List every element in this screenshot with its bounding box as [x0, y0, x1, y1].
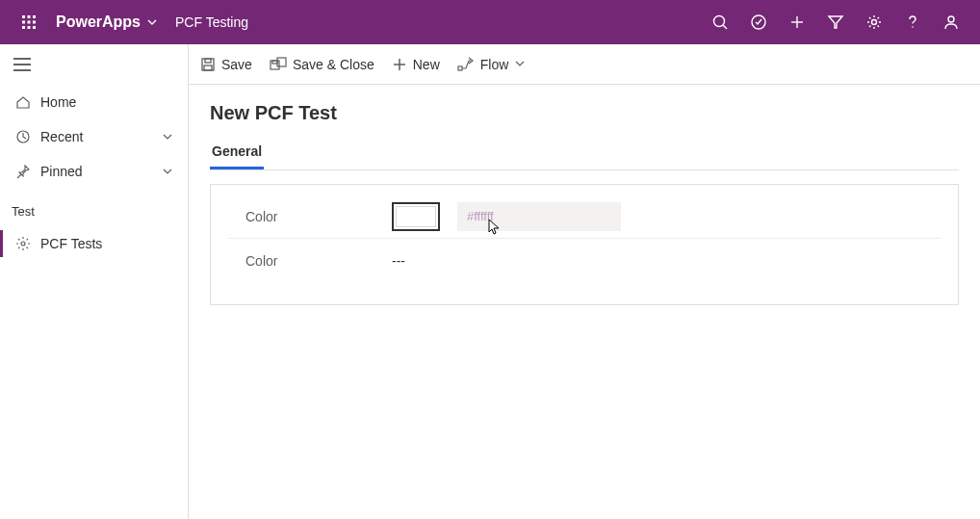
- pin-icon: [12, 164, 35, 179]
- svg-rect-27: [272, 61, 277, 64]
- page-title: New PCF Test: [210, 102, 959, 124]
- form-card: Color Color ---: [210, 184, 959, 305]
- environment-name[interactable]: PCF Testing: [175, 14, 248, 30]
- plus-icon: [392, 57, 407, 72]
- flow-icon: [457, 57, 475, 72]
- svg-rect-26: [271, 61, 279, 69]
- svg-point-22: [21, 242, 25, 246]
- field-label: Color: [228, 209, 392, 224]
- field-row-color-picker: Color: [228, 195, 941, 239]
- svg-point-17: [948, 16, 954, 22]
- svg-rect-5: [33, 21, 36, 24]
- field-row-color-text: Color ---: [228, 239, 941, 283]
- settings-icon[interactable]: [855, 0, 893, 44]
- save-close-button[interactable]: Save & Close: [270, 57, 374, 72]
- color-hex-input[interactable]: [457, 202, 621, 231]
- color-swatch[interactable]: [392, 202, 440, 231]
- cmd-label: Save: [221, 57, 252, 72]
- chevron-down-icon: [159, 131, 176, 143]
- brand-label[interactable]: PowerApps: [56, 13, 141, 31]
- svg-rect-7: [28, 26, 31, 29]
- svg-point-9: [714, 16, 725, 27]
- svg-marker-14: [829, 16, 842, 28]
- help-icon[interactable]: [893, 0, 932, 44]
- svg-point-15: [872, 20, 877, 25]
- sidebar-item-pinned[interactable]: Pinned: [0, 154, 188, 189]
- cmd-label: Flow: [480, 57, 509, 72]
- app-launcher-icon[interactable]: [10, 0, 48, 44]
- global-header: PowerApps PCF Testing: [0, 0, 980, 44]
- svg-rect-4: [28, 21, 31, 24]
- clock-icon: [12, 129, 35, 144]
- svg-rect-28: [277, 58, 286, 66]
- sidebar-item-label: Pinned: [40, 164, 159, 179]
- svg-rect-2: [33, 15, 36, 18]
- tab-general[interactable]: General: [210, 138, 264, 169]
- sidebar-item-label: Recent: [40, 129, 159, 144]
- flow-button[interactable]: Flow: [457, 57, 527, 72]
- field-value[interactable]: ---: [392, 253, 405, 269]
- svg-rect-8: [33, 26, 36, 29]
- filter-icon[interactable]: [816, 0, 855, 44]
- sidebar-item-pcf-tests[interactable]: PCF Tests: [0, 226, 188, 261]
- sidebar-item-label: Home: [40, 94, 176, 110]
- home-icon: [12, 94, 35, 110]
- account-icon[interactable]: [932, 0, 970, 44]
- svg-rect-3: [22, 21, 25, 24]
- gear-icon: [12, 236, 35, 251]
- svg-rect-24: [205, 59, 211, 63]
- sidebar-item-recent[interactable]: Recent: [0, 119, 188, 154]
- chevron-down-icon[interactable]: [146, 16, 158, 28]
- search-icon[interactable]: [701, 0, 739, 44]
- svg-point-16: [912, 26, 914, 28]
- chevron-down-icon: [514, 57, 526, 72]
- save-button[interactable]: Save: [200, 57, 252, 72]
- form-tabs: General: [210, 138, 959, 170]
- sidebar-item-home[interactable]: Home: [0, 85, 188, 119]
- svg-rect-25: [204, 65, 212, 70]
- svg-rect-0: [22, 15, 25, 18]
- sidebar-group-header: Test: [0, 189, 188, 226]
- field-label: Color: [228, 253, 392, 269]
- add-icon[interactable]: [778, 0, 816, 44]
- svg-rect-31: [458, 66, 462, 70]
- sidebar-item-label: PCF Tests: [40, 236, 176, 251]
- save-close-icon: [270, 57, 287, 72]
- cmd-label: New: [413, 57, 440, 72]
- svg-line-10: [723, 25, 727, 29]
- save-icon: [200, 57, 216, 72]
- site-sidebar: Home Recent Pinned Test PCF Tests: [0, 44, 189, 519]
- chevron-down-icon: [159, 166, 176, 177]
- task-icon[interactable]: [739, 0, 778, 44]
- cmd-label: Save & Close: [293, 57, 374, 72]
- sidebar-toggle[interactable]: [0, 44, 188, 85]
- svg-rect-1: [28, 15, 31, 18]
- command-bar: Save Save & Close New Flow: [189, 44, 980, 85]
- color-swatch-inner: [396, 206, 436, 227]
- new-button[interactable]: New: [392, 57, 440, 72]
- svg-rect-6: [22, 26, 25, 29]
- main-content: Save Save & Close New Flow: [189, 44, 980, 519]
